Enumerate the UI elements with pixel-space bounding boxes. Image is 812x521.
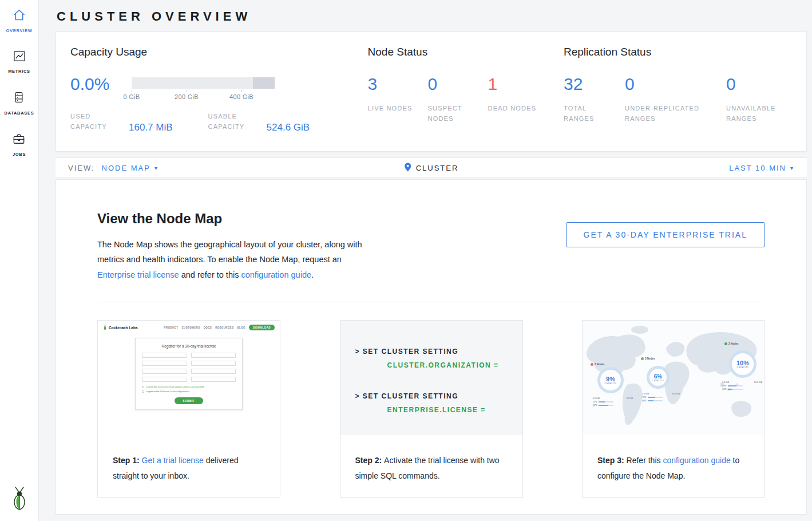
page-title: CLUSTER OVERVIEW bbox=[56, 0, 807, 31]
view-label: VIEW: bbox=[68, 164, 95, 172]
mini-form-field bbox=[191, 353, 236, 358]
used-capacity-pair: USED CAPACITY 160.7 MiB bbox=[70, 111, 173, 132]
dead-nodes-stat: 1 DEAD NODES bbox=[488, 74, 548, 124]
locality-stats: 3.4 GiB50.0 GiB CPU QPS bbox=[722, 381, 762, 392]
mini-site-brand-name: Cockroach Labs bbox=[109, 326, 138, 330]
step2-caption: Step 2: Activate the trial license with … bbox=[340, 435, 522, 497]
mini-checkbox bbox=[142, 390, 144, 393]
section-divider bbox=[97, 302, 765, 302]
view-selected-value: NODE MAP bbox=[102, 164, 150, 172]
sidebar-item-metrics[interactable]: METRICS bbox=[8, 50, 30, 74]
capacity-used-percent: 0.0% bbox=[70, 74, 132, 94]
dead-nodes-value: 1 bbox=[488, 74, 548, 94]
mini-nav-item: CUSTOMERS bbox=[181, 326, 200, 329]
sidebar: OVERVIEW METRICS DATABASES JOBS bbox=[0, 0, 39, 521]
mini-checkbox-label: I would like to receive email updates ab… bbox=[146, 385, 204, 388]
node-status-title: Node Status bbox=[368, 46, 564, 58]
mini-form-title: Register for a 30-day trial license bbox=[142, 344, 236, 348]
sidebar-item-label: METRICS bbox=[8, 69, 30, 74]
sidebar-item-overview[interactable]: OVERVIEW bbox=[6, 9, 33, 33]
mini-site-brand: Cockroach Labs bbox=[103, 325, 138, 330]
capacity-gauge-percent: 6% bbox=[654, 373, 662, 380]
live-nodes-label: LIVE NODES bbox=[368, 103, 417, 113]
step1-card: Cockroach Labs PRODUCT CUSTOMERS DOCS RE… bbox=[97, 320, 280, 498]
breadcrumb[interactable]: CLUSTER bbox=[404, 163, 459, 173]
step3-node-map-preview: 3 Nodes 9% CAPACITY 0.0 GiB53 GiB CPU QP… bbox=[583, 321, 765, 435]
capacity-bar: 0 GiB 200 GiB 400 GiB bbox=[132, 77, 275, 94]
locality-node-count: 3 Nodes bbox=[645, 357, 655, 360]
locality-stats: 3.2 GiB50.0 GiB CPU QPS bbox=[642, 393, 680, 403]
capacity-usage-title: Capacity Usage bbox=[70, 46, 368, 58]
node-map-title: View the Node Map bbox=[97, 211, 365, 227]
node-locality-marker: 3 Nodes bbox=[591, 363, 605, 366]
usable-capacity-value: 524.6 GiB bbox=[267, 122, 310, 133]
sidebar-item-label: DATABASES bbox=[5, 110, 34, 116]
description-text: The Node Map shows the geographical layo… bbox=[97, 240, 362, 264]
mini-checkbox-row: I agree to the Software License Agreemen… bbox=[142, 390, 236, 393]
mini-form-field bbox=[142, 377, 187, 382]
mini-form-field bbox=[142, 369, 187, 374]
sidebar-item-label: OVERVIEW bbox=[6, 28, 33, 33]
cockroachdb-logo bbox=[11, 486, 27, 513]
sql-command-line: > SET CLUSTER SETTING bbox=[355, 345, 522, 358]
used-capacity-value: 160.7 MiB bbox=[129, 122, 173, 133]
enterprise-trial-button[interactable]: GET A 30-DAY ENTERPRISE TRIAL bbox=[566, 222, 766, 247]
description-text: . bbox=[311, 270, 314, 279]
capacity-gauge-label: CAPACITY bbox=[652, 380, 664, 382]
live-nodes-value: 3 bbox=[368, 74, 428, 94]
locality-node-count: 2 Nodes bbox=[728, 342, 739, 345]
mini-form-field bbox=[191, 377, 236, 382]
mini-form-field bbox=[191, 369, 236, 374]
mini-form-field bbox=[142, 353, 187, 358]
usable-capacity-label: USABLE CAPACITY bbox=[208, 111, 259, 132]
capacity-gauge-label: CAPACITY bbox=[605, 382, 617, 385]
view-toolbar: VIEW: NODE MAP ▾ CLUSTER LAST 10 MIN ▾ bbox=[56, 157, 807, 178]
step3-label: Step 3: bbox=[597, 456, 627, 465]
unavailable-ranges-label: UNAVAILABLE RANGES bbox=[726, 103, 789, 124]
time-range-dropdown[interactable]: LAST 10 MIN ▾ bbox=[729, 164, 794, 172]
step2-label: Step 2: bbox=[355, 456, 385, 465]
capacity-tick-0: 0 GiB bbox=[123, 93, 140, 100]
total-ranges-value: 32 bbox=[564, 74, 625, 94]
capacity-gauge: 9% CAPACITY bbox=[597, 367, 624, 393]
step3-text: Refer this bbox=[627, 456, 663, 465]
under-replicated-ranges-value: 0 bbox=[625, 74, 726, 94]
suspect-nodes-value: 0 bbox=[428, 74, 488, 94]
sidebar-item-databases[interactable]: DATABASES bbox=[5, 91, 34, 116]
capacity-gauge-percent: 10% bbox=[736, 360, 749, 366]
suspect-nodes-stat: 0 SUSPECT NODES bbox=[428, 74, 488, 124]
sidebar-item-jobs[interactable]: JOBS bbox=[13, 133, 26, 157]
chevron-down-icon: ▾ bbox=[155, 165, 159, 171]
locality-node-count: 3 Nodes bbox=[595, 363, 605, 366]
enterprise-trial-license-link[interactable]: Enterprise trial license bbox=[97, 270, 179, 279]
location-pin-icon bbox=[404, 163, 411, 173]
mini-nav-item: PRODUCT bbox=[164, 326, 178, 329]
sidebar-item-label: JOBS bbox=[13, 152, 26, 157]
step1-label: Step 1: bbox=[113, 456, 142, 465]
capacity-bar-track bbox=[132, 77, 275, 89]
view-selector-dropdown[interactable]: VIEW: NODE MAP ▾ bbox=[68, 164, 159, 172]
step1-screenshot: Cockroach Labs PRODUCT CUSTOMERS DOCS RE… bbox=[98, 321, 280, 435]
node-map-panel: View the Node Map The Node Map shows the… bbox=[56, 179, 807, 515]
node-map-description: The Node Map shows the geographical layo… bbox=[97, 237, 365, 282]
locality-dot-icon bbox=[724, 342, 727, 345]
replication-status-section: Replication Status 32 TOTAL RANGES 0 UND… bbox=[564, 46, 806, 151]
configuration-guide-link[interactable]: configuration guide bbox=[241, 270, 311, 279]
unavailable-ranges-value: 0 bbox=[726, 74, 806, 94]
step3-caption: Step 3: Refer this configuration guide t… bbox=[583, 435, 765, 497]
under-replicated-ranges-stat: 0 UNDER-REPLICATED RANGES bbox=[625, 74, 726, 124]
get-trial-license-link[interactable]: Get a trial license bbox=[142, 456, 204, 465]
briefcase-icon bbox=[13, 133, 25, 147]
mini-trial-form: Register for a 30-day trial license bbox=[135, 338, 243, 410]
suspect-nodes-label: SUSPECT NODES bbox=[428, 103, 477, 124]
breadcrumb-label: CLUSTER bbox=[416, 164, 459, 172]
mini-form-field bbox=[191, 361, 236, 366]
mini-nav-item: BLOG bbox=[237, 326, 245, 329]
locality-stats: 0.0 GiB53 GiB CPU QPS bbox=[593, 397, 633, 408]
configuration-guide-link[interactable]: configuration guide bbox=[663, 456, 730, 465]
main-content: CLUSTER OVERVIEW Capacity Usage 0.0% 0 G… bbox=[39, 0, 812, 521]
node-map-intro: View the Node Map The Node Map shows the… bbox=[97, 211, 365, 282]
capacity-gauge: 10% CAPACITY bbox=[729, 350, 756, 378]
sql-setting-line: CLUSTER.ORGANIZATION = bbox=[355, 358, 522, 372]
used-capacity-label: USED CAPACITY bbox=[70, 111, 121, 132]
